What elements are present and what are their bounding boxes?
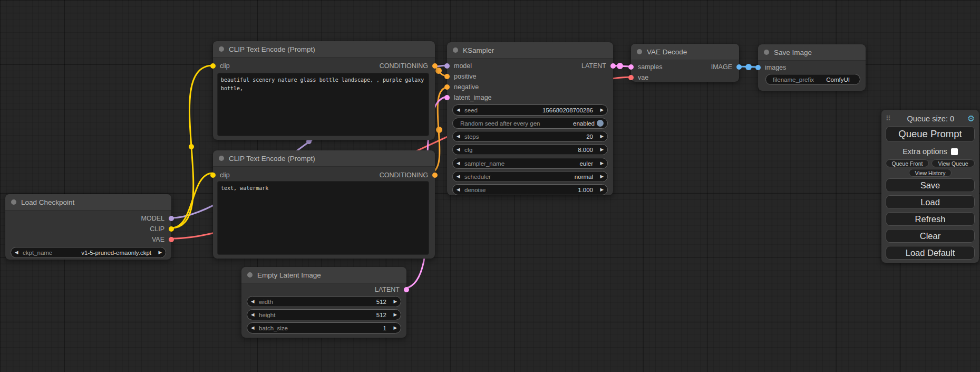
decrement-arrow-icon[interactable]: ◀ xyxy=(251,299,258,304)
node-load-checkpoint[interactable]: Load Checkpoint MODEL CLIP VAE ◀ ckpt_na… xyxy=(5,194,171,260)
prompt-textarea[interactable]: text, watermark xyxy=(217,181,429,255)
queue-front-button[interactable]: Queue Front xyxy=(886,159,929,167)
node-clip-text-encode-negative[interactable]: CLIP Text Encode (Prompt) clip CONDITION… xyxy=(213,150,435,259)
next-arrow-icon[interactable]: ▶ xyxy=(597,174,604,179)
decrement-arrow-icon[interactable]: ◀ xyxy=(457,134,463,139)
seed-widget[interactable]: ◀ seed 156680208700286 ▶ xyxy=(452,104,608,116)
collapse-dot-icon[interactable] xyxy=(764,50,769,55)
output-slot-conditioning[interactable] xyxy=(432,173,438,178)
output-slot-conditioning[interactable] xyxy=(432,63,438,69)
input-slot-vae[interactable] xyxy=(628,75,634,80)
node-title-bar[interactable]: VAE Decode xyxy=(631,44,739,60)
collapse-dot-icon[interactable] xyxy=(219,46,224,52)
slot-row-positive: positive xyxy=(447,71,613,82)
node-title: CLIP Text Encode (Prompt) xyxy=(229,45,315,53)
refresh-button[interactable]: Refresh xyxy=(886,212,975,226)
slot-row: clip CONDITIONING xyxy=(213,61,435,71)
output-slot-clip[interactable] xyxy=(169,226,174,232)
node-title-bar[interactable]: Save Image xyxy=(758,44,866,61)
queue-prompt-button[interactable]: Queue Prompt xyxy=(886,126,975,142)
denoise-widget[interactable]: ◀ denoise 1.000 ▶ xyxy=(452,184,608,195)
view-queue-button[interactable]: View Queue xyxy=(932,159,975,167)
node-title: CLIP Text Encode (Prompt) xyxy=(229,155,315,163)
increment-arrow-icon[interactable]: ▶ xyxy=(390,312,397,317)
increment-arrow-icon[interactable]: ▶ xyxy=(390,326,397,330)
collapse-dot-icon[interactable] xyxy=(453,47,458,53)
increment-arrow-icon[interactable]: ▶ xyxy=(597,134,604,139)
random-seed-toggle-widget[interactable]: Random seed after every gen enabled xyxy=(452,118,608,129)
decrement-arrow-icon[interactable]: ◀ xyxy=(251,312,258,317)
prev-arrow-icon[interactable]: ◀ xyxy=(15,250,22,255)
batch-size-widget[interactable]: ◀ batch_size 1 ▶ xyxy=(247,322,401,333)
output-slot-vae[interactable] xyxy=(169,237,174,242)
extra-options-checkbox[interactable] xyxy=(951,148,958,155)
node-ksampler[interactable]: KSampler model LATENT positive negative … xyxy=(447,42,613,195)
drag-handle-icon[interactable]: ⠿ xyxy=(886,115,894,122)
decrement-arrow-icon[interactable]: ◀ xyxy=(251,326,258,330)
input-slot-images[interactable] xyxy=(755,65,761,70)
input-slot-samples[interactable] xyxy=(628,64,634,70)
slot-row-samples: samples IMAGE xyxy=(631,62,739,72)
node-title-bar[interactable]: Load Checkpoint xyxy=(5,194,171,211)
ckpt-name-widget[interactable]: ◀ ckpt_name v1-5-pruned-emaonly.ckpt ▶ xyxy=(11,247,166,258)
node-save-image[interactable]: Save Image images filename_prefix ComfyU… xyxy=(758,44,866,91)
load-default-button[interactable]: Load Default xyxy=(886,246,975,260)
input-slot-latent-image[interactable] xyxy=(444,95,450,100)
slot-row-model: model LATENT xyxy=(447,61,613,71)
decrement-arrow-icon[interactable]: ◀ xyxy=(457,108,463,112)
prev-arrow-icon[interactable]: ◀ xyxy=(457,161,463,166)
node-title: Empty Latent Image xyxy=(257,271,321,279)
input-slot-positive[interactable] xyxy=(444,74,450,79)
input-slot-model[interactable] xyxy=(444,63,450,69)
sampler-name-widget[interactable]: ◀ sampler_name euler ▶ xyxy=(452,158,608,169)
cfg-widget[interactable]: ◀ cfg 8.000 ▶ xyxy=(452,144,608,155)
node-title: KSampler xyxy=(463,46,494,54)
slot-row-negative: negative xyxy=(447,82,613,92)
node-title-bar[interactable]: Empty Latent Image xyxy=(241,267,406,283)
node-title-bar[interactable]: CLIP Text Encode (Prompt) xyxy=(213,150,435,167)
height-widget[interactable]: ◀ height 512 ▶ xyxy=(247,309,401,320)
node-title: Load Checkpoint xyxy=(21,198,74,206)
increment-arrow-icon[interactable]: ▶ xyxy=(390,299,397,304)
output-slot-image[interactable] xyxy=(736,64,742,70)
input-slot-negative[interactable] xyxy=(444,84,450,90)
increment-arrow-icon[interactable]: ▶ xyxy=(597,147,604,152)
next-arrow-icon[interactable]: ▶ xyxy=(155,250,162,255)
view-history-button[interactable]: View History xyxy=(909,169,951,177)
input-slot-clip[interactable] xyxy=(210,173,216,178)
filename-prefix-widget[interactable]: filename_prefix ComfyUI xyxy=(765,74,860,85)
increment-arrow-icon[interactable]: ▶ xyxy=(597,187,604,192)
collapse-dot-icon[interactable] xyxy=(219,156,224,161)
slot-row-vae: vae xyxy=(631,72,739,83)
prev-arrow-icon[interactable]: ◀ xyxy=(457,174,463,179)
collapse-dot-icon[interactable] xyxy=(247,272,253,278)
node-title: Save Image xyxy=(774,49,812,56)
node-title-bar[interactable]: CLIP Text Encode (Prompt) xyxy=(213,41,435,58)
output-slot-latent[interactable] xyxy=(610,63,616,69)
node-empty-latent-image[interactable]: Empty Latent Image LATENT ◀ width 512 ▶ … xyxy=(241,267,406,338)
collapse-dot-icon[interactable] xyxy=(637,49,642,54)
prompt-textarea[interactable]: beautiful scenery nature glass bottle la… xyxy=(217,73,429,136)
scheduler-widget[interactable]: ◀ scheduler normal ▶ xyxy=(452,171,608,182)
node-clip-text-encode-positive[interactable]: CLIP Text Encode (Prompt) clip CONDITION… xyxy=(213,41,435,140)
collapse-dot-icon[interactable] xyxy=(11,199,16,205)
settings-gear-icon[interactable]: ⚙ xyxy=(967,115,975,123)
node-vae-decode[interactable]: VAE Decode samples IMAGE vae xyxy=(631,44,739,82)
input-slot-clip[interactable] xyxy=(210,63,216,69)
menu-header: ⠿ Queue size: 0 ⚙ xyxy=(886,113,975,124)
toggle-on-icon[interactable] xyxy=(597,120,604,127)
load-button[interactable]: Load xyxy=(886,195,975,209)
next-arrow-icon[interactable]: ▶ xyxy=(597,161,604,166)
decrement-arrow-icon[interactable]: ◀ xyxy=(457,187,463,192)
output-row-vae: VAE xyxy=(5,234,171,245)
clear-button[interactable]: Clear xyxy=(886,229,975,243)
steps-widget[interactable]: ◀ steps 20 ▶ xyxy=(452,131,608,142)
output-slot-model[interactable] xyxy=(169,216,174,221)
output-slot-latent[interactable] xyxy=(404,287,409,292)
save-button[interactable]: Save xyxy=(886,178,975,192)
width-widget[interactable]: ◀ width 512 ▶ xyxy=(247,296,401,307)
node-title-bar[interactable]: KSampler xyxy=(447,42,613,59)
output-row-clip: CLIP xyxy=(5,224,171,234)
decrement-arrow-icon[interactable]: ◀ xyxy=(457,147,463,152)
increment-arrow-icon[interactable]: ▶ xyxy=(597,108,604,112)
